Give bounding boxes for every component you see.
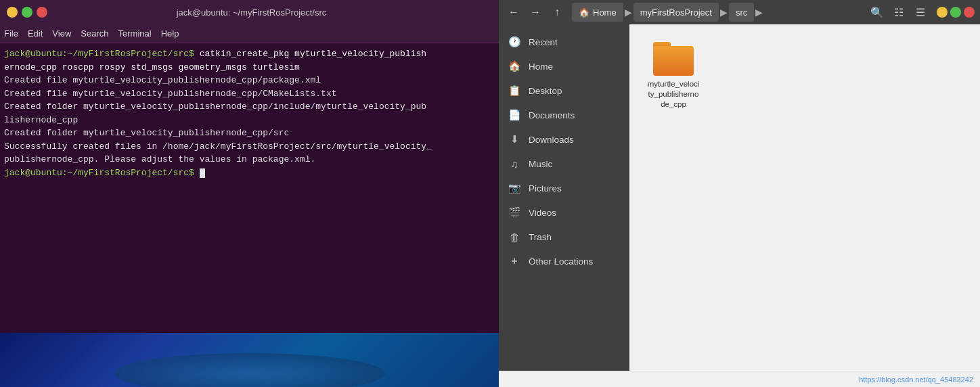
terminal-window-controls — [7, 7, 47, 18]
terminal-line-5: Created folder myturtle_velocity_publish… — [4, 127, 495, 140]
maximize-button[interactable] — [22, 7, 32, 18]
sidebar-label-downloads: Downloads — [529, 135, 574, 145]
terminal-line-4b: lishernode_cpp — [4, 114, 495, 127]
terminal-line-2: Created file myturtle_velocity_publisher… — [4, 74, 495, 87]
menu-view[interactable]: View — [52, 28, 71, 39]
up-button[interactable]: ↑ — [548, 3, 566, 22]
fm-maximize-button[interactable] — [950, 7, 961, 18]
home-sidebar-icon: 🏠 — [508, 60, 520, 72]
minimize-button[interactable] — [7, 7, 18, 18]
recent-icon: 🕐 — [508, 36, 520, 48]
cursor — [200, 168, 205, 178]
sidebar-label-other: Other Locations — [529, 256, 593, 267]
fm-main: 🕐 Recent 🏠 Home 📋 Desktop 📄 Documents ⬇ … — [499, 24, 980, 371]
terminal-line-1: jack@ubuntu:~/myFirstRosProject/src$ cat… — [4, 47, 495, 61]
sidebar-item-trash[interactable]: 🗑 Trash — [499, 225, 629, 249]
downloads-icon: ⬇ — [508, 133, 520, 145]
home-icon: 🏠 — [579, 7, 589, 18]
bc-project-label: myFirstRosProject — [640, 7, 712, 18]
bc-src[interactable]: src — [729, 3, 754, 22]
cmd-1: catkin_create_pkg myturtle_velocity_publ… — [200, 49, 426, 59]
fm-files-area: myturtle_velocity_publishernode_cpp — [629, 24, 980, 371]
terminal-line-6: Successfully created files in /home/jack… — [4, 140, 495, 154]
view-toggle-button[interactable]: ☷ — [889, 3, 908, 22]
folder-body — [653, 46, 694, 76]
fm-titlebar: ← → ↑ 🏠 Home ▶ myFirstRosProject ▶ src ▶… — [499, 0, 980, 24]
sidebar-label-home: Home — [529, 62, 553, 72]
breadcrumb: 🏠 Home ▶ myFirstRosProject ▶ src ▶ — [572, 3, 862, 22]
bc-arrow-1: ▶ — [625, 7, 632, 18]
search-button[interactable]: 🔍 — [868, 3, 887, 22]
sidebar-item-recent[interactable]: 🕐 Recent — [499, 30, 629, 54]
sidebar-item-desktop[interactable]: 📋 Desktop — [499, 78, 629, 103]
terminal-title: jack@ubuntu: ~/myFirstRosProject/src — [47, 7, 455, 18]
sidebar-item-pictures[interactable]: 📷 Pictures — [499, 176, 629, 200]
desktop-icon: 📋 — [508, 85, 520, 97]
sidebar-label-desktop: Desktop — [529, 86, 562, 96]
sidebar-label-music: Music — [529, 159, 552, 169]
sidebar-item-documents[interactable]: 📄 Documents — [499, 103, 629, 127]
statusbar-link: https://blog.csdn.net/qq_45483242 — [859, 375, 973, 384]
sidebar-item-videos[interactable]: 🎬 Videos — [499, 200, 629, 225]
bc-home-label: Home — [593, 7, 617, 18]
statusbar-link-text[interactable]: https://blog.csdn.net/qq_45483242 — [859, 375, 973, 384]
file-item-folder[interactable]: myturtle_velocity_publishernode_cpp — [643, 38, 704, 114]
sidebar-label-recent: Recent — [529, 37, 558, 47]
forward-button[interactable]: → — [526, 3, 545, 22]
file-label: myturtle_velocity_publishernode_cpp — [647, 79, 700, 110]
pictures-icon: 📷 — [508, 182, 520, 194]
documents-icon: 📄 — [508, 109, 520, 121]
taskbar-background — [0, 333, 499, 387]
bc-arrow-3: ▶ — [755, 7, 763, 18]
close-button[interactable] — [37, 7, 47, 18]
back-button[interactable]: ← — [504, 3, 523, 22]
filemanager-window: ← → ↑ 🏠 Home ▶ myFirstRosProject ▶ src ▶… — [499, 0, 980, 387]
terminal-line-4: Created folder myturtle_velocity_publish… — [4, 100, 495, 114]
menu-button[interactable]: ☰ — [911, 3, 930, 22]
menu-help[interactable]: Help — [161, 28, 179, 39]
fm-statusbar: https://blog.csdn.net/qq_45483242 — [499, 371, 980, 387]
terminal-line-6b: publishernode_cpp. Please adjust the val… — [4, 153, 495, 166]
fm-sidebar: 🕐 Recent 🏠 Home 📋 Desktop 📄 Documents ⬇ … — [499, 24, 629, 371]
videos-icon: 🎬 — [508, 206, 520, 219]
menu-search[interactable]: Search — [81, 28, 108, 39]
fm-toolbar-right: 🔍 ☷ ☰ — [868, 3, 930, 22]
file-grid: myturtle_velocity_publishernode_cpp — [643, 38, 966, 114]
terminal-titlebar: jack@ubuntu: ~/myFirstRosProject/src — [0, 0, 499, 24]
bc-project[interactable]: myFirstRosProject — [633, 3, 719, 22]
trash-icon: 🗑 — [508, 231, 520, 243]
folder-icon — [653, 42, 694, 76]
menu-terminal[interactable]: Terminal — [118, 28, 152, 39]
sidebar-item-home[interactable]: 🏠 Home — [499, 54, 629, 78]
terminal-menubar: File Edit View Search Terminal Help — [0, 24, 499, 43]
terminal-line-7: jack@ubuntu:~/myFirstRosProject/src$ — [4, 166, 495, 180]
sidebar-item-music[interactable]: ♫ Music — [499, 152, 629, 176]
terminal-window: jack@ubuntu: ~/myFirstRosProject/src Fil… — [0, 0, 499, 387]
sidebar-item-downloads[interactable]: ⬇ Downloads — [499, 127, 629, 152]
terminal-line-1b: ernode_cpp roscpp rospy std_msgs geometr… — [4, 61, 495, 74]
sidebar-label-pictures: Pictures — [529, 183, 562, 194]
sidebar-item-other[interactable]: + Other Locations — [499, 249, 629, 273]
fm-close-button[interactable] — [964, 7, 975, 18]
terminal-line-3: Created file myturtle_velocity_publisher… — [4, 87, 495, 101]
bc-arrow-2: ▶ — [720, 7, 728, 18]
bc-home[interactable]: 🏠 Home — [572, 3, 623, 22]
fm-window-controls — [937, 7, 975, 18]
menu-edit[interactable]: Edit — [28, 28, 43, 39]
menu-file[interactable]: File — [4, 28, 18, 39]
sidebar-label-videos: Videos — [529, 208, 556, 218]
music-icon: ♫ — [508, 158, 520, 170]
prompt-1: jack@ubuntu:~/myFirstRosProject/src$ — [4, 49, 194, 59]
sidebar-label-documents: Documents — [529, 110, 575, 120]
earth-decoration — [114, 353, 385, 387]
sidebar-label-trash: Trash — [529, 232, 552, 242]
fm-minimize-button[interactable] — [937, 7, 948, 18]
other-locations-icon: + — [508, 255, 520, 267]
taskbar — [0, 333, 499, 387]
bc-src-label: src — [736, 7, 747, 18]
